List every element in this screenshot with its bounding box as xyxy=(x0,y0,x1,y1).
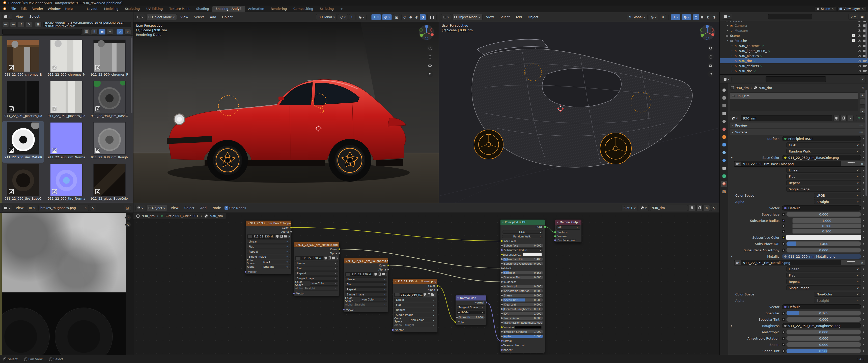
outliner-row[interactable]: ▸ ▽ 930_plastics ▽ ✓ xyxy=(720,53,868,58)
property-row[interactable]: Subsurface ▦∨ 0.000 ∨ × xyxy=(730,212,865,217)
property-field[interactable]: ▦∨ 911_22_930_rim_BaseColor.png ∨ × xyxy=(734,161,865,167)
socket-alpha[interactable] xyxy=(387,268,390,271)
remove-slot-button[interactable]: − xyxy=(860,99,865,105)
socket-input[interactable] xyxy=(501,331,503,333)
property-field[interactable]: ▦∨ 911_22_930_rim_BaseColor.png ∨ × xyxy=(782,155,861,160)
display-thumbnails-button[interactable]: ▦ xyxy=(99,29,105,35)
back-button[interactable]: ← xyxy=(2,22,9,27)
browse-image-button[interactable]: ∨ xyxy=(27,205,37,211)
socket-input[interactable] xyxy=(501,317,503,319)
tab-scene[interactable] xyxy=(721,118,727,124)
properties-search-input[interactable] xyxy=(766,76,826,82)
socket-displacement[interactable] xyxy=(554,239,556,241)
animate-dot[interactable] xyxy=(861,256,865,257)
hide-eye-icon[interactable] xyxy=(858,25,861,27)
animate-dot[interactable] xyxy=(861,182,865,184)
bsdf-row[interactable]: Subsurface IOR 1.400 ∨ xyxy=(502,257,544,261)
workspace-tab[interactable]: Sculpting xyxy=(122,6,143,11)
animate-dot[interactable] xyxy=(861,306,865,307)
property-row[interactable]: ▦∨ Repeat ∨ × xyxy=(730,180,865,185)
tab-tool[interactable] xyxy=(721,87,727,93)
copy-material-button[interactable] xyxy=(696,205,703,211)
copy-material-button[interactable] xyxy=(840,115,846,121)
display-horizontal-list-button[interactable]: ⠿ xyxy=(91,29,98,35)
workspace-tab[interactable]: Rendering xyxy=(268,6,290,11)
slot-select[interactable]: Slot 1∨ xyxy=(622,205,638,211)
show-gizmo-toggle[interactable]: ✛∨ xyxy=(671,14,680,20)
socket-color[interactable] xyxy=(387,264,390,267)
display-settings-chevron[interactable]: ∨ xyxy=(107,29,113,35)
hide-eye-icon[interactable] xyxy=(858,40,861,42)
color-swatch[interactable] xyxy=(523,253,541,256)
property-field[interactable]: ▦∨ 0.100 ∨ × xyxy=(792,229,861,234)
property-field[interactable]: ▦∨ Default ∨ × xyxy=(782,304,861,309)
property-field[interactable]: ▦∨ 0.200 ∨ × xyxy=(792,223,861,228)
outliner-row[interactable]: ▾ ▤ Porsche ▽ ✓ xyxy=(720,38,868,43)
hide-eye-icon[interactable] xyxy=(858,50,861,52)
editor-type-button[interactable]: ∨ xyxy=(2,205,12,211)
node-widget-row[interactable]: 911_22_930_ri...∨ × xyxy=(345,272,387,276)
scene-selector[interactable]: Scene× xyxy=(815,6,836,11)
bsdf-row[interactable]: Subsurface C... ∨ xyxy=(502,253,544,256)
bsdf-row[interactable]: Base Color ∨ xyxy=(502,239,544,243)
node-widget-row[interactable]: Single Image∨ × xyxy=(295,276,338,280)
unlink-material-button[interactable]: × xyxy=(704,205,710,211)
socket-vector[interactable] xyxy=(244,271,247,273)
refresh-button[interactable]: ⟳ xyxy=(26,22,32,27)
copy-button[interactable] xyxy=(847,161,853,167)
file-item[interactable]: 911_22_930_rim_Rough... xyxy=(89,121,130,163)
disclosure-arrow[interactable]: ▸ xyxy=(731,70,734,72)
bsdf-row[interactable]: Transmission 0.000 ∨ xyxy=(502,317,544,320)
node-widget-row[interactable]: Alpha Straight∨ × xyxy=(394,323,436,327)
property-field[interactable]: ▦∨ ∨ × xyxy=(786,235,861,240)
workspace-tab[interactable]: + xyxy=(337,6,346,11)
node-widget-row[interactable]: Color Space Non-Color∨ × xyxy=(295,281,338,286)
shading-solid-button[interactable]: ● xyxy=(408,14,414,20)
file-item[interactable]: 911_22_930_tire_BaseC... xyxy=(2,163,44,203)
animate-dot[interactable] xyxy=(861,207,865,209)
workspace-tab[interactable]: Animation xyxy=(245,6,268,11)
animate-dot[interactable] xyxy=(861,351,865,352)
workspace-tab[interactable]: Compositing xyxy=(290,6,316,11)
node-widget-row[interactable]: Repeat∨ × xyxy=(295,271,338,275)
animate-dot[interactable] xyxy=(861,250,865,251)
viewport-menu[interactable]: View xyxy=(178,14,190,20)
viewport-menu[interactable]: View xyxy=(484,14,496,20)
animate-dot[interactable] xyxy=(861,214,865,215)
file-item[interactable]: 911_22_930_chromes_R... xyxy=(89,39,130,80)
socket-strength[interactable] xyxy=(456,317,458,319)
bsdf-row[interactable]: IOR 1.000 ∨ xyxy=(502,312,544,316)
filter-button[interactable]: ▽ xyxy=(117,29,123,35)
zoom-icon[interactable] xyxy=(427,45,433,52)
node-widget-row[interactable]: Linear∨ × xyxy=(345,277,387,282)
animate-dot[interactable] xyxy=(861,338,865,339)
property-row[interactable]: Subsurface Color ▦∨ ∨ × xyxy=(730,235,865,240)
socket-input[interactable] xyxy=(501,281,503,283)
node-widget-row[interactable]: Color Space Non-Color∨ × xyxy=(345,297,387,302)
perspective-toggle-icon[interactable] xyxy=(708,71,714,77)
property-row[interactable]: ▼ Metallic ▦∨ 911_22_930_rim_Metallic.pn… xyxy=(730,254,865,259)
bsdf-row[interactable]: Roughness ∨ xyxy=(502,280,544,284)
bsdf-row[interactable]: Clearcoat Normal ∨ xyxy=(502,343,544,347)
property-row[interactable]: ▦∨ Flat ∨ × xyxy=(730,174,865,179)
open-file-button[interactable] xyxy=(853,161,859,167)
shading-material-button[interactable]: ◐ xyxy=(705,14,711,20)
file-item[interactable]: 911_22_930_rim_BaseC... xyxy=(89,80,130,121)
editor-type-button[interactable]: ∨ xyxy=(441,14,451,20)
image-editor-menu[interactable]: View xyxy=(13,205,26,210)
bsdf-row[interactable]: Sheen 0.000 ∨ xyxy=(502,294,544,297)
property-field[interactable]: ▦∨ 911_22_930_rim_Roughness.png ∨ × xyxy=(782,323,861,328)
property-field[interactable]: ▦∨ Single Image ∨ × xyxy=(786,187,861,192)
material-name-field[interactable]: 930_rim xyxy=(741,115,832,121)
animate-dot[interactable] xyxy=(861,281,865,282)
property-field[interactable]: ▦∨ sRGB ∨ × xyxy=(814,193,861,198)
fake-user-button[interactable] xyxy=(833,115,839,121)
browse-material-button[interactable]: ∨ xyxy=(639,205,649,211)
node-widget-row[interactable]: 911_22_930_ri...∨ × xyxy=(394,292,436,297)
socket-surface[interactable] xyxy=(554,231,556,233)
node-widget-row[interactable]: Single Image∨ × xyxy=(247,254,290,259)
bsdf-row[interactable]: Anisotropic Rotation 0.000 ∨ xyxy=(502,289,544,293)
image-icon[interactable]: ▦∨ xyxy=(735,260,741,265)
mode-select[interactable]: Object Mode∨ xyxy=(147,14,177,20)
shader-editor-menu[interactable]: View xyxy=(168,205,181,210)
